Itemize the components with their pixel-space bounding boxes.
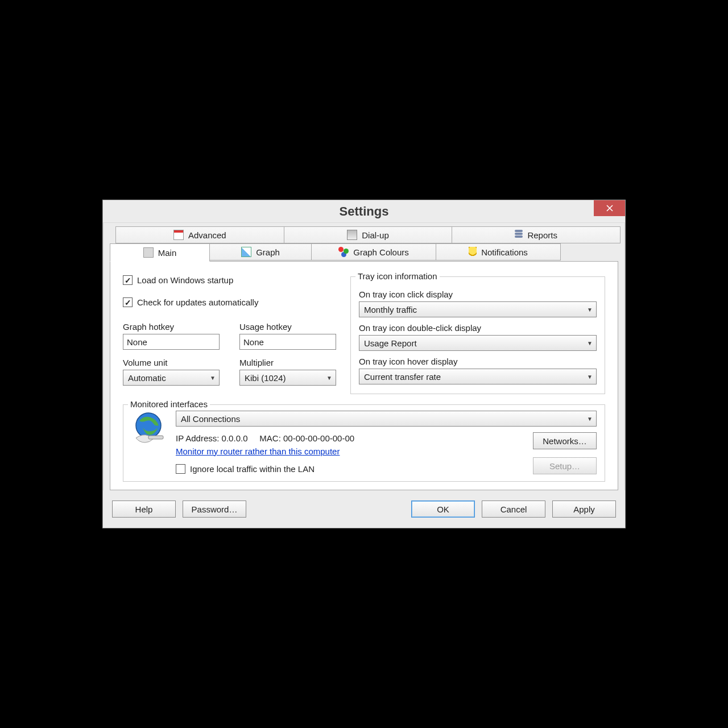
- checkbox-check-updates[interactable]: ✓ Check for updates automatically: [123, 297, 339, 307]
- bulb-icon: [469, 247, 477, 257]
- field-label: Usage hotkey: [239, 322, 339, 332]
- tab-main[interactable]: Main: [110, 243, 210, 262]
- checkbox-icon: ✓: [123, 297, 133, 307]
- apply-button[interactable]: Apply: [552, 500, 616, 518]
- tab-label: Advanced: [188, 230, 226, 240]
- multiplier-select[interactable]: Kibi (1024) ▼: [239, 370, 336, 386]
- tray-dblclick-select[interactable]: Usage Report ▼: [359, 335, 597, 351]
- tab-row-top: Advanced Dial-up Reports: [106, 226, 622, 243]
- modem-icon: [347, 230, 357, 240]
- button-label: Help: [135, 504, 153, 514]
- multiplier-field: Multiplier Kibi (1024) ▼: [239, 358, 339, 386]
- connection-select[interactable]: All Connections ▼: [176, 411, 597, 427]
- checkbox-label: Ignore local traffic within the LAN: [190, 464, 315, 474]
- usage-hotkey-field: Usage hotkey None: [239, 322, 339, 350]
- monitored-right: All Connections ▼ IP Address: 0.0.0.0 MA…: [176, 411, 597, 474]
- tabs-container: Advanced Dial-up Reports Main Graph: [103, 223, 625, 490]
- hotkey-row: Graph hotkey None Usage hotkey None: [123, 322, 339, 350]
- input-value: None: [243, 337, 264, 347]
- select-value: Current transfer rate: [364, 372, 441, 382]
- button-label: Setup…: [549, 461, 580, 471]
- tray-click-select[interactable]: Monthly traffic ▼: [359, 301, 597, 317]
- right-column: Tray icon information On tray icon click…: [350, 275, 605, 394]
- left-column: ✓ Load on Windows startup ✓ Check for up…: [123, 275, 339, 394]
- usage-hotkey-input[interactable]: None: [239, 334, 336, 350]
- tab-notifications[interactable]: Notifications: [436, 243, 561, 260]
- tab-panel-main: ✓ Load on Windows startup ✓ Check for up…: [110, 261, 618, 490]
- fieldset-legend: Tray icon information: [355, 271, 440, 281]
- tab-graph-colours[interactable]: Graph Colours: [311, 243, 436, 260]
- tab-label: Main: [158, 248, 177, 258]
- volume-unit-select[interactable]: Automatic ▼: [123, 370, 220, 386]
- close-button[interactable]: [594, 200, 625, 216]
- checkbox-icon: ✓: [176, 464, 185, 474]
- help-button[interactable]: Help: [112, 500, 176, 518]
- settings-dialog: Settings Advanced Dial-up Reports: [102, 200, 626, 528]
- input-value: None: [127, 337, 147, 347]
- setup-button: Setup…: [533, 457, 597, 474]
- select-value: Kibi (1024): [245, 373, 286, 383]
- ip-mac-text: IP Address: 0.0.0.0 MAC: 00-00-00-00-00-…: [176, 433, 522, 474]
- tab-advanced[interactable]: Advanced: [115, 226, 284, 243]
- select-value: All Connections: [181, 414, 240, 424]
- fieldset-legend: Monitored interfaces: [128, 399, 210, 409]
- tab-label: Dial-up: [362, 230, 389, 240]
- tab-graph[interactable]: Graph: [209, 243, 312, 260]
- ip-mac-row: IP Address: 0.0.0.0 MAC: 00-00-00-00-00-…: [176, 432, 597, 474]
- select-value: Usage Report: [364, 338, 417, 348]
- unit-row: Volume unit Automatic ▼ Multiplier Kibi …: [123, 358, 339, 386]
- dialog-footer: Help Password… OK Cancel Apply: [103, 490, 625, 528]
- button-label: Networks…: [543, 436, 587, 446]
- monitored-fieldset: Monitored interfaces All Connections ▼: [123, 404, 605, 482]
- tray-hover-select[interactable]: Current transfer rate ▼: [359, 369, 597, 384]
- main-grid: ✓ Load on Windows startup ✓ Check for up…: [123, 275, 605, 394]
- chevron-down-icon: ▼: [326, 375, 332, 381]
- chevron-down-icon: ▼: [587, 374, 593, 380]
- checkbox-icon: ✓: [123, 275, 133, 285]
- checkbox-ignore-lan[interactable]: ✓ Ignore local traffic within the LAN: [176, 464, 522, 474]
- tray-click-field: On tray icon click display Monthly traff…: [359, 289, 597, 317]
- tab-label: Reports: [527, 230, 557, 240]
- tab-row-bottom: Main Graph Graph Colours Notifications: [106, 243, 622, 262]
- globe-icon: [131, 411, 168, 447]
- password-button[interactable]: Password…: [183, 500, 246, 518]
- monitor-router-link[interactable]: Monitor my router rather than this compu…: [176, 446, 340, 456]
- field-label: On tray icon hover display: [359, 357, 597, 366]
- tab-label: Notifications: [481, 247, 528, 257]
- tab-label: Graph: [256, 247, 280, 257]
- networks-button[interactable]: Networks…: [533, 432, 597, 449]
- note-icon: [143, 247, 154, 258]
- button-label: OK: [437, 504, 449, 514]
- tray-dblclick-field: On tray icon double-click display Usage …: [359, 323, 597, 351]
- calendar-icon: [173, 230, 184, 240]
- tray-fieldset: Tray icon information On tray icon click…: [350, 276, 605, 394]
- tab-dialup[interactable]: Dial-up: [284, 226, 453, 243]
- tab-reports[interactable]: Reports: [452, 226, 621, 243]
- window-title: Settings: [340, 204, 389, 219]
- checkbox-label: Check for updates automatically: [137, 297, 258, 307]
- field-label: Volume unit: [123, 358, 222, 367]
- titlebar: Settings: [103, 200, 625, 223]
- volume-unit-field: Volume unit Automatic ▼: [123, 358, 222, 386]
- checkbox-label: Load on Windows startup: [137, 275, 233, 285]
- ip-value: 0.0.0.0: [222, 433, 248, 443]
- close-icon: [606, 204, 614, 212]
- tab-label: Graph Colours: [353, 247, 409, 257]
- ip-label: IP Address:: [176, 433, 222, 443]
- ok-button[interactable]: OK: [411, 500, 475, 518]
- database-icon: [515, 230, 523, 240]
- graph-hotkey-input[interactable]: None: [123, 334, 220, 350]
- field-label: On tray icon click display: [359, 289, 597, 299]
- colours-icon: [338, 247, 349, 257]
- svg-rect-2: [148, 436, 163, 439]
- select-value: Monthly traffic: [364, 305, 417, 315]
- cancel-button[interactable]: Cancel: [482, 500, 545, 518]
- field-label: Graph hotkey: [123, 322, 222, 332]
- graph-hotkey-field: Graph hotkey None: [123, 322, 222, 350]
- select-value: Automatic: [128, 373, 166, 383]
- chevron-down-icon: ▼: [587, 416, 593, 422]
- mac-label: MAC:: [259, 433, 283, 443]
- chevron-down-icon: ▼: [587, 307, 593, 313]
- button-label: Password…: [192, 504, 238, 514]
- checkbox-load-startup[interactable]: ✓ Load on Windows startup: [123, 275, 339, 285]
